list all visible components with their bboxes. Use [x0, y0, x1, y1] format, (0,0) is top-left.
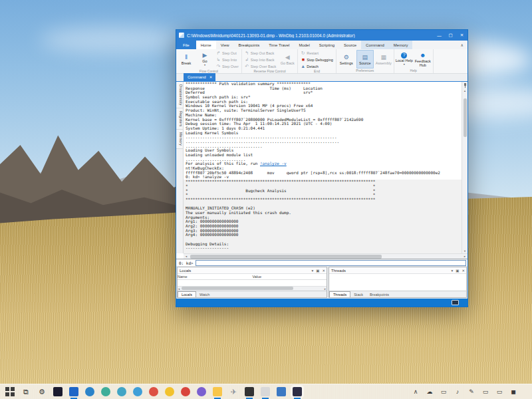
edge-icon[interactable]: [85, 387, 94, 396]
ribbon-tab[interactable]: Source: [339, 41, 361, 49]
scrollbar-thumb[interactable]: [190, 255, 382, 259]
start-button[interactable]: [5, 387, 15, 396]
scroll-down-arrow[interactable]: ▼: [464, 249, 466, 253]
docked-tab[interactable]: Memory: [176, 130, 183, 149]
panel-close-icon[interactable]: ✕: [460, 269, 466, 273]
browser-teal-icon[interactable]: [133, 387, 142, 396]
ribbon-tab[interactable]: Time Travel: [264, 41, 294, 49]
panel-close-icon[interactable]: ✕: [321, 269, 327, 273]
panel-tab[interactable]: Breakpoints: [366, 291, 392, 297]
vertical-scrollbar[interactable]: ▲ ▼: [462, 82, 467, 253]
step-out-button[interactable]: ↱ Step Out: [215, 50, 240, 56]
threads-body[interactable]: [329, 274, 466, 291]
ribbon-tab[interactable]: Memory: [389, 41, 413, 49]
settings-button[interactable]: ⚙ Settings: [338, 50, 355, 68]
feedback-hub-button[interactable]: ☻ Feedback Hub: [414, 50, 432, 68]
panel-float-icon[interactable]: ▣: [454, 269, 460, 273]
browser-purple-icon[interactable]: [197, 387, 206, 396]
source-button[interactable]: ▤ Source: [356, 50, 374, 68]
assembly-button[interactable]: ▦ Assembly: [375, 50, 392, 68]
locals-body[interactable]: [178, 280, 327, 286]
step-into-button[interactable]: ↳ Step Into: [215, 57, 240, 63]
analyze-command-link[interactable]: !analyze -v: [260, 162, 287, 166]
ribbon-tab[interactable]: Breakpoints: [234, 41, 265, 49]
locals-horizontal-scrollbar[interactable]: ◄ ►: [178, 286, 327, 291]
go-button[interactable]: ▶ Go ▾: [196, 51, 213, 69]
edge-dev-icon[interactable]: [101, 387, 110, 396]
panel-tab[interactable]: Stack: [350, 291, 366, 297]
terminal-icon[interactable]: [245, 387, 254, 396]
panel-menu-icon[interactable]: ▾: [450, 269, 454, 273]
break-button[interactable]: ‖ Break: [178, 51, 195, 69]
ribbon-tab[interactable]: Command: [361, 41, 389, 49]
scroll-left-arrow[interactable]: ◄: [184, 254, 189, 259]
restart-button[interactable]: ↻ Restart: [299, 50, 334, 56]
step-over-button[interactable]: ↷ Step Over: [215, 63, 240, 69]
go-back-button[interactable]: ◀ Go Back: [279, 51, 296, 69]
file-explorer-icon[interactable]: [213, 387, 222, 396]
chrome-icon[interactable]: [149, 387, 158, 396]
scroll-right-arrow[interactable]: ►: [462, 254, 467, 259]
panel-menu-icon[interactable]: ▾: [310, 269, 315, 273]
scrollbar-track[interactable]: [189, 255, 462, 259]
close-button[interactable]: ✕: [456, 30, 467, 41]
pin-icon[interactable]: [462, 82, 468, 88]
ribbon-group-preferences: ⚙ Settings ▤ Source ▦ Assembly Preferenc…: [336, 49, 394, 73]
scroll-up-arrow[interactable]: ▲: [464, 88, 466, 93]
browser-red-icon[interactable]: [181, 387, 190, 396]
microsoft-store-icon[interactable]: [53, 387, 63, 396]
minimize-button[interactable]: —: [434, 30, 445, 41]
ribbon-tab[interactable]: Model: [294, 41, 314, 49]
windbg-taskbar-icon[interactable]: [293, 387, 302, 396]
scrollbar-thumb[interactable]: [182, 287, 294, 290]
mail-icon[interactable]: [69, 387, 78, 396]
bottom-dock: Locals ▾ ▣ ✕ NameValue ◄ ► LocalsWatch T…: [176, 266, 467, 299]
ribbon-tab[interactable]: Scripting: [315, 41, 339, 49]
stop-debugging-button[interactable]: ■ Stop Debugging: [299, 57, 334, 63]
step-out-back-button[interactable]: ↰ Step Out Back: [243, 50, 278, 56]
scrollbar-track[interactable]: [463, 93, 467, 249]
column-header[interactable]: Value: [188, 274, 327, 279]
docked-tab[interactable]: Disassembly: [176, 82, 183, 108]
close-icon[interactable]: ✕: [209, 75, 213, 79]
panel-float-icon[interactable]: ▣: [315, 269, 321, 273]
horizontal-scrollbar[interactable]: ◄ ►: [184, 253, 467, 259]
gray-app-icon[interactable]: [261, 387, 270, 396]
output-line: Arg2: 0000000000000000: [184, 224, 462, 229]
task-view-button[interactable]: ⧉: [21, 387, 31, 396]
volume-icon[interactable]: ♪: [454, 388, 462, 395]
show-hidden-icons-chevron[interactable]: ∧: [412, 388, 420, 395]
docked-tab[interactable]: Registers: [176, 108, 183, 130]
step-into-back-button[interactable]: ↲ Step Into Back: [243, 57, 278, 63]
chat-bubble-icon[interactable]: ▭: [440, 388, 448, 395]
detach-button[interactable]: ▲ Detach: [299, 63, 334, 69]
paper-plane-icon[interactable]: ✈: [229, 387, 238, 396]
ribbon-tab[interactable]: Home: [196, 41, 216, 49]
column-header[interactable]: Name: [178, 274, 188, 279]
pen-icon[interactable]: ✎: [467, 388, 475, 395]
panel-tab[interactable]: Locals: [178, 291, 196, 297]
touch-keyboard-icon[interactable]: ▭: [495, 388, 503, 395]
keyboard-icon[interactable]: ▭: [481, 388, 489, 395]
ribbon-tab[interactable]: View: [216, 41, 234, 49]
action-center-icon[interactable]: ◼: [509, 388, 517, 395]
command-tab[interactable]: Command ✕: [184, 73, 215, 81]
command-input[interactable]: [196, 260, 466, 266]
panel-tab[interactable]: Threads: [329, 291, 350, 297]
maximize-button[interactable]: ▢: [445, 30, 456, 41]
console-status-icon[interactable]: [452, 300, 459, 305]
step-over-back-button[interactable]: ↶ Step Over Back: [243, 63, 278, 69]
scrollbar-thumb[interactable]: [464, 98, 467, 137]
photos-icon[interactable]: [277, 387, 286, 396]
ribbon-collapse-chevron-icon[interactable]: ∧: [457, 41, 467, 49]
onedrive-cloud-icon[interactable]: ☁: [426, 388, 434, 395]
step-out-icon: ↱: [216, 51, 221, 56]
command-output[interactable]: ************* Path validation summary **…: [184, 82, 462, 253]
settings-icon[interactable]: ⚙: [37, 387, 47, 396]
title-bar[interactable]: C:\Windows\Minidump\040121-13093-01.dmp …: [176, 30, 467, 41]
panel-tab[interactable]: Watch: [196, 291, 213, 297]
ribbon-tab[interactable]: File: [176, 41, 196, 49]
local-help-button[interactable]: ? Local Help ▾: [396, 50, 413, 68]
browser-blue-icon[interactable]: [117, 387, 126, 396]
chrome-canary-icon[interactable]: [165, 387, 174, 396]
